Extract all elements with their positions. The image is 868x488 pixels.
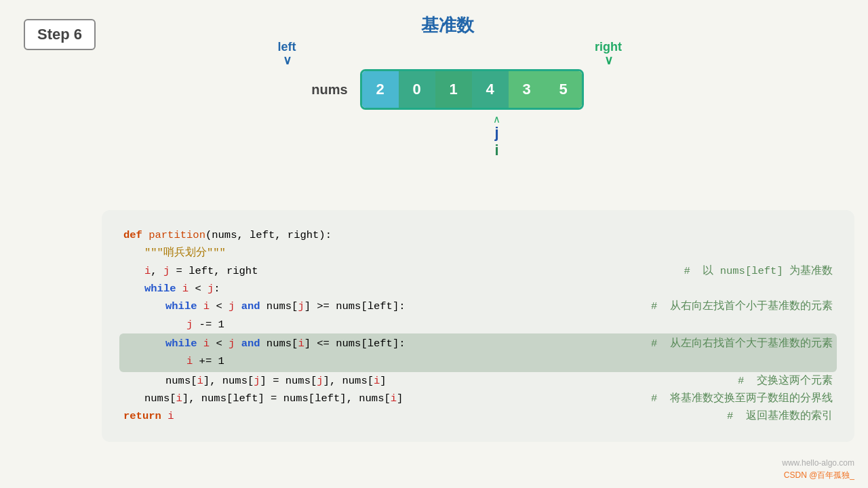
fn-partition: partition [149,226,205,244]
comment-11: # 返回基准数的索引 [727,407,833,425]
j-label: j [494,124,498,142]
array-cell-4: 3 [509,71,545,108]
comment-9: # 交换这两个元素 [738,372,833,390]
step-badge: Step 6 [24,19,96,50]
code-line-11: return i # 返回基准数的索引 [123,407,833,425]
pivot-label: 基准数 [258,14,637,37]
code-line-7: while i < j and nums[i] <= nums[left]: #… [123,335,833,352]
ji-area: ∧ j i [356,114,637,160]
comment-7: # 从左向右找首个大于基准数的元素 [651,335,833,352]
code-line-9: nums[i], nums[j] = nums[j], nums[i] # 交换… [123,372,833,390]
nums-label: nums [311,82,347,98]
code-line-2: """哨兵划分""" [123,244,833,262]
right-pointer: right ∨ [590,40,627,66]
pointer-row: left ∨ right ∨ [258,40,637,66]
footer: www.hello-algo.com CSDN @百年孤独_ [782,457,854,481]
visualization-area: 基准数 left ∨ right ∨ nums 2 0 1 4 3 5 ∧ j … [258,14,637,160]
left-pointer: left ∨ [269,40,305,66]
array-cell-2: 1 [435,71,472,108]
code-area: def partition(nums, left, right): """哨兵划… [102,210,854,442]
comment-3: # 以 nums[left] 为基准数 [684,262,833,280]
array-cell-5: 5 [545,71,582,108]
array-cell-3: 4 [472,71,509,108]
code-line-4: while i < j: [123,280,833,298]
highlight-block: while i < j and nums[i] <= nums[left]: #… [119,333,837,372]
code-line-5: while i < j and nums[j] >= nums[left]: #… [123,298,833,315]
array-cell-0: 2 [362,71,399,108]
docstring: """哨兵划分""" [144,244,226,262]
kw-def: def [123,226,149,244]
step-label: Step 6 [37,26,82,43]
right-pointer-label: right [595,40,622,54]
code-line-8: i += 1 [123,352,833,370]
website-label: www.hello-algo.com [782,457,854,469]
code-line-1: def partition(nums, left, right): [123,226,833,244]
left-pointer-label: left [278,40,296,54]
comment-10: # 将基准数交换至两子数组的分界线 [651,390,833,407]
array-cell-1: 0 [399,71,435,108]
array-container: 2 0 1 4 3 5 [360,69,584,110]
right-arrow-down: ∨ [604,54,613,66]
nums-row: nums 2 0 1 4 3 5 [258,69,637,110]
code-line-10: nums[i], nums[left] = nums[left], nums[i… [123,390,833,407]
i-label: i [494,142,498,159]
comment-5: # 从右向左找首个小于基准数的元素 [651,298,833,315]
platform-label: CSDN @百年孤独_ [782,469,854,481]
left-arrow-down: ∨ [283,54,292,66]
ji-arrow-up: ∧ [493,114,500,124]
code-line-6: j -= 1 [123,316,833,333]
code-line-3: i, j = left, right # 以 nums[left] 为基准数 [123,262,833,280]
